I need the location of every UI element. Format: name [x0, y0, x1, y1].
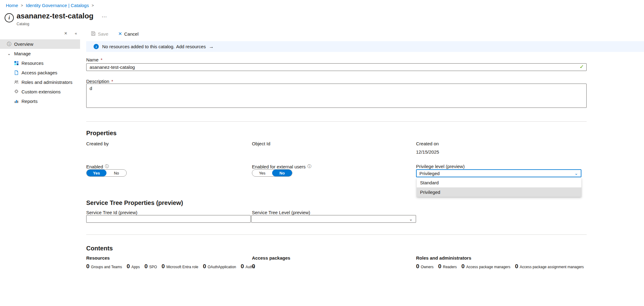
catalog-info-icon: i	[5, 13, 14, 22]
stat-label: Readers	[443, 265, 457, 269]
add-resources-link[interactable]: Add resources	[176, 44, 206, 49]
breadcrumb-separator-icon: >	[92, 3, 94, 8]
breadcrumb-home-link[interactable]: Home	[6, 3, 18, 8]
stat-label: Apps	[131, 265, 140, 269]
cancel-button[interactable]: ✕ Cancel	[118, 31, 138, 37]
stat-value: 0	[145, 263, 148, 270]
access-packages-icon	[14, 70, 19, 75]
close-icon[interactable]: ✕	[64, 31, 67, 36]
sidebar-item-label: Custom extensions	[21, 89, 61, 94]
service-tree-level-dropdown[interactable]: ⌄	[251, 215, 416, 223]
sidebar-item-overview[interactable]: ⓘ Overview	[0, 39, 80, 49]
description-label-text: Description	[86, 79, 109, 84]
stat-value: 0	[461, 263, 465, 270]
enabled-toggle-yes[interactable]: Yes	[87, 170, 106, 176]
description-label: Description*	[86, 79, 113, 84]
properties-heading: Properties	[86, 130, 117, 137]
cancel-button-label: Cancel	[124, 31, 139, 37]
required-asterisk: *	[111, 79, 113, 84]
stat-item: 0	[252, 263, 255, 270]
roles-stats: 0Owners 0Readers 0Access package manager…	[416, 263, 584, 270]
checkmark-icon: ✓	[580, 64, 584, 70]
cancel-x-icon: ✕	[118, 31, 122, 37]
breadcrumb: Home > Identity Governance | Catalogs >	[6, 3, 94, 8]
stat-item: 0Access package managers	[461, 263, 511, 270]
stat-item: 0Groups and Teams	[86, 263, 122, 270]
external-users-toggle[interactable]: Yes No	[252, 169, 292, 177]
stat-item: 0Readers	[438, 263, 457, 270]
enabled-toggle-no[interactable]: No	[106, 170, 126, 176]
privilege-level-dropdown[interactable]: Privileged ⌄	[416, 169, 581, 177]
sidebar-item-roles-administrators[interactable]: Roles and administrators	[0, 77, 80, 87]
more-options-icon[interactable]: …	[102, 12, 107, 19]
page-subtitle: Catalog	[17, 22, 94, 26]
info-icon: i	[94, 44, 99, 49]
stat-item: 0Access package assignment managers	[515, 263, 584, 270]
sidebar-item-label: Manage	[14, 51, 31, 56]
stat-value: 0	[86, 263, 90, 270]
resources-icon	[14, 61, 19, 65]
service-tree-id-label: Service Tree Id (preview)	[86, 210, 137, 215]
page-title: asananez-test-catalog	[17, 12, 94, 20]
sidebar-item-reports[interactable]: Reports	[0, 96, 80, 106]
privilege-level-label: Privilege level (preview)	[416, 164, 465, 169]
arrow-right-icon[interactable]: →	[209, 44, 214, 49]
menu-item-standard[interactable]: Standard	[417, 178, 581, 187]
sidebar-item-resources[interactable]: Resources	[0, 58, 80, 68]
resources-stats: 0Groups and Teams 0Apps 0SPO 0Microsoft …	[86, 263, 255, 270]
sidebar-item-manage[interactable]: ⌄ Manage	[0, 49, 80, 58]
stat-label: Access package managers	[466, 265, 510, 269]
sidebar-item-label: Resources	[21, 61, 44, 66]
sidebar-item-label: Roles and administrators	[21, 80, 72, 85]
info-banner: i No resources added to this catalog. Ad…	[86, 41, 644, 52]
stat-label: Microsoft Entra role	[166, 265, 198, 269]
stat-value: 0	[252, 263, 255, 270]
stat-item: 0Owners	[416, 263, 434, 270]
sidebar-tools: ✕ «	[64, 31, 77, 36]
privilege-level-value: Privileged	[419, 171, 440, 176]
sidebar-nav: ⓘ Overview ⌄ Manage Resources Access pac…	[0, 39, 80, 106]
stat-item: 0OAuthApplication	[203, 263, 236, 270]
name-label-text: Name	[86, 57, 98, 62]
service-tree-level-label: Service Tree Level (preview)	[252, 210, 310, 215]
sidebar: ✕ « ⓘ Overview ⌄ Manage Resources	[0, 29, 80, 306]
description-textarea[interactable]: d	[86, 84, 587, 108]
sidebar-item-label: Reports	[21, 99, 38, 104]
info-tooltip-icon[interactable]: ⓘ	[307, 164, 311, 169]
service-tree-id-input[interactable]	[86, 215, 251, 223]
stat-value: 0	[203, 263, 206, 270]
stat-value: 0	[438, 263, 442, 270]
stat-label: OAuthApplication	[208, 265, 236, 269]
created-on-label: Created on	[416, 141, 439, 146]
external-toggle-no[interactable]: No	[272, 170, 292, 176]
external-users-label-text: Enabled for external users	[252, 164, 306, 169]
breadcrumb-separator-icon: >	[21, 3, 23, 8]
roles-administrators-icon	[14, 80, 19, 84]
enabled-toggle[interactable]: Yes No	[86, 169, 127, 177]
reports-icon	[14, 99, 19, 104]
contents-roles-heading: Roles and administrators	[416, 255, 471, 261]
sidebar-item-label: Access packages	[21, 70, 57, 75]
stat-label: Groups and Teams	[91, 265, 122, 269]
stat-value: 0	[416, 263, 419, 270]
contents-access-packages-heading: Access packages	[252, 255, 290, 261]
title-block: asananez-test-catalog Catalog	[17, 12, 94, 26]
sidebar-item-access-packages[interactable]: Access packages	[0, 68, 80, 77]
name-input[interactable]	[86, 63, 587, 71]
stat-label: Access package assignment managers	[520, 265, 584, 269]
enabled-label: Enabled ⓘ	[86, 164, 109, 169]
chevron-down-icon: ⌄	[574, 171, 578, 176]
external-toggle-yes[interactable]: Yes	[252, 170, 272, 176]
access-packages-stats: 0	[252, 263, 255, 270]
breadcrumb-catalogs-link[interactable]: Identity Governance | Catalogs	[26, 3, 89, 8]
stat-label: SPO	[149, 265, 157, 269]
stat-item: 0Apps	[127, 263, 140, 270]
save-icon	[91, 31, 96, 37]
collapse-sidebar-icon[interactable]: «	[75, 31, 77, 36]
menu-item-privileged[interactable]: Privileged	[417, 187, 581, 197]
stat-label: Owners	[421, 265, 434, 269]
save-button[interactable]: Save	[91, 31, 108, 37]
info-tooltip-icon[interactable]: ⓘ	[105, 164, 109, 169]
chevron-down-icon: ⌄	[409, 217, 413, 222]
sidebar-item-custom-extensions[interactable]: Custom extensions	[0, 87, 80, 96]
